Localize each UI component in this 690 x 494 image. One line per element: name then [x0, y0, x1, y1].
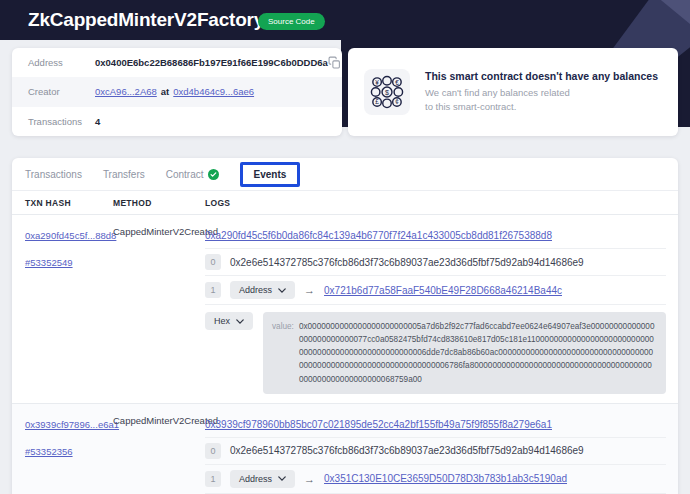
- coins-icon: $ ¥ € £ ¢: [364, 69, 410, 115]
- tab-bar: Transactions Transfers Contract Events: [12, 158, 678, 191]
- no-balances-description: We can't find any balances related to th…: [425, 86, 658, 115]
- method-cell: CappedMinterV2Created: [113, 225, 205, 394]
- copy-address-button[interactable]: [328, 56, 341, 69]
- creator-label: Creator: [28, 86, 95, 97]
- txn-hash-link[interactable]: 0xa290fd45c5f...88d8: [25, 230, 116, 241]
- topic-row-0: 0 0x2e6e514372785c376fcb86d3f73c6b89037a…: [205, 248, 666, 275]
- topic-index-badge: 0: [205, 254, 221, 270]
- creator-address-link[interactable]: 0xcA96...2A68: [95, 86, 157, 97]
- svg-text:¢: ¢: [395, 98, 399, 105]
- transactions-row: Transactions 4: [12, 107, 342, 136]
- topic0-value: 0x2e6e514372785c376fcb86d3f73c6b89037ae2…: [230, 445, 584, 456]
- block-number-link[interactable]: #53352356: [25, 446, 73, 457]
- creator-separator: at: [161, 86, 169, 97]
- topic-row-0: 0 0x2e6e514372785c376fcb86d3f73c6b89037a…: [205, 437, 666, 464]
- event-row: 0xa290fd45c5f...88d8 #53352549 CappedMin…: [12, 215, 678, 404]
- column-header-method: METHOD: [113, 198, 205, 208]
- events-tab-highlight-box: Events: [240, 162, 301, 187]
- chevron-down-icon: [278, 476, 286, 481]
- events-table-header: TXN HASH METHOD LOGS: [12, 191, 678, 215]
- svg-text:€: €: [395, 79, 399, 86]
- logs-cell: 0x3939cf978960bb85bc07c021895de52cc4a2bf…: [205, 414, 666, 494]
- topic1-address-link[interactable]: 0x721b6d77a58FaaF540bE49F28D668a46214Ba4…: [324, 285, 562, 296]
- source-code-badge[interactable]: Source Code: [258, 13, 325, 30]
- transactions-label: Transactions: [28, 116, 95, 127]
- txn-hash-cell: 0x3939cf97896...e6a1 #53352356: [25, 414, 113, 494]
- chevron-down-icon: [278, 288, 286, 293]
- svg-text:$: $: [385, 89, 389, 97]
- svg-text:£: £: [375, 98, 379, 105]
- column-header-txn-hash: TXN HASH: [25, 198, 113, 208]
- svg-text:¥: ¥: [375, 79, 379, 86]
- page-title: ZkCappedMinterV2Factory: [28, 9, 264, 31]
- copy-icon: [328, 56, 341, 69]
- column-header-logs: LOGS: [205, 198, 666, 208]
- arrow-right-icon: →: [304, 473, 315, 485]
- tab-transfers[interactable]: Transfers: [103, 169, 145, 180]
- topic-type-dropdown[interactable]: Address: [230, 470, 295, 488]
- topic-index-badge: 1: [205, 282, 221, 298]
- balances-card: $ ¥ € £ ¢ This smart contract doesn't ha…: [348, 48, 678, 136]
- topic-row-1: 1 Address → 0x721b6d77a58FaaF540bE49F28D…: [205, 275, 666, 304]
- value-label: value:: [272, 320, 294, 386]
- topic-index-badge: 1: [205, 471, 221, 487]
- log-tx-hash-link[interactable]: 0xa290fd45c5f6b0da86fc84c139a4b6770f7f24…: [205, 230, 552, 241]
- no-balances-title: This smart contract doesn't have any bal…: [425, 70, 658, 82]
- creation-tx-link[interactable]: 0xd4b464c9...6ae6: [173, 86, 254, 97]
- topic-index-badge: 0: [205, 443, 221, 459]
- topic1-address-link[interactable]: 0x351C130E10CE3659D50D78D3b783b1ab3c5190…: [324, 473, 567, 484]
- address-row: Address 0x0400E6bc22B68686Fb197E91f66E19…: [12, 48, 342, 77]
- address-label: Address: [28, 57, 95, 68]
- chevron-down-icon: [236, 319, 244, 324]
- topic-row-1: 1 Address → 0x351C130E10CE3659D50D78D3b7…: [205, 464, 666, 493]
- creator-row: Creator 0xcA96...2A68 at 0xd4b464c9...6a…: [12, 77, 342, 106]
- txn-hash-link[interactable]: 0x3939cf97896...e6a1: [25, 419, 119, 430]
- event-data-value-box: value: 0x0000000000000000000000005a7d6b2…: [263, 312, 666, 394]
- tab-contract[interactable]: Contract: [166, 169, 219, 180]
- arrow-right-icon: →: [304, 284, 315, 296]
- tab-events[interactable]: Events: [254, 169, 287, 180]
- method-cell: CappedMinterV2Created: [113, 414, 205, 494]
- tab-transactions[interactable]: Transactions: [25, 169, 82, 180]
- data-format-dropdown[interactable]: Hex: [205, 312, 253, 330]
- topic0-value: 0x2e6e514372785c376fcb86d3f73c6b89037ae2…: [230, 257, 584, 268]
- contract-detail-card: Transactions Transfers Contract Events T…: [12, 158, 678, 494]
- contract-address: 0x0400E6bc22B68686Fb197E91f66E199C6b0DDD…: [95, 57, 328, 68]
- event-data-hex: 0x0000000000000000000000005a7d6b2f92c77f…: [299, 320, 656, 386]
- log-tx-hash-link[interactable]: 0x3939cf978960bb85bc07c021895de52cc4a2bf…: [205, 419, 552, 430]
- event-data-row: Hex value: 0x0000000000000000000000005a7…: [205, 304, 666, 394]
- transactions-count: 4: [95, 116, 100, 127]
- logs-cell: 0xa290fd45c5f6b0da86fc84c139a4b6770f7f24…: [205, 225, 666, 394]
- event-row: 0x3939cf97896...e6a1 #53352356 CappedMin…: [12, 404, 678, 494]
- verified-check-icon: [208, 169, 219, 180]
- txn-hash-cell: 0xa290fd45c5f...88d8 #53352549: [25, 225, 113, 394]
- topic-type-dropdown[interactable]: Address: [230, 281, 295, 299]
- contract-info-card: Address 0x0400E6bc22B68686Fb197E91f66E19…: [12, 48, 342, 136]
- block-number-link[interactable]: #53352549: [25, 257, 73, 268]
